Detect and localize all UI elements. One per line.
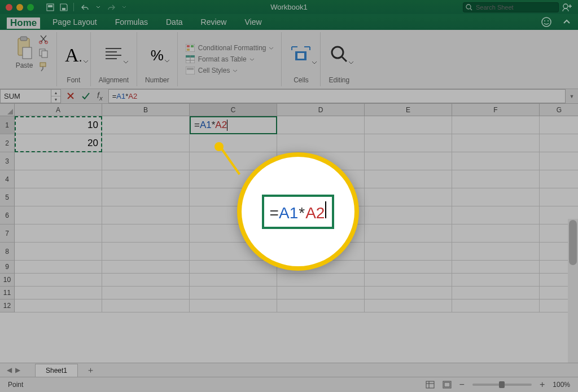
row-header-4[interactable]: 4 [0,170,15,188]
col-header-A[interactable]: A [15,104,102,116]
zoom-slider[interactable] [472,384,532,386]
zoom-window-button[interactable] [27,4,34,11]
enter-formula-icon[interactable] [81,92,90,100]
cancel-formula-icon[interactable] [67,92,75,100]
collapse-ribbon-icon[interactable] [562,17,571,27]
col-header-C[interactable]: C [190,104,277,116]
cell-G1[interactable] [540,116,578,134]
fx-icon[interactable]: fx [97,91,103,102]
format-as-table-button[interactable]: Format as Table [186,55,274,63]
tab-view[interactable]: View [235,14,270,30]
expand-formula-bar-icon[interactable]: ▼ [566,94,578,99]
col-header-G[interactable]: G [540,104,578,116]
tab-home[interactable]: Home [6,16,41,30]
status-bar: Point − + 100% [0,377,578,392]
sheet-next-icon[interactable]: ▶ [15,366,20,374]
name-box-stepper[interactable]: ▲▼ [51,89,61,103]
cell-C2[interactable] [190,134,277,152]
svg-rect-29 [444,382,450,387]
col-header-D[interactable]: D [277,104,365,116]
status-mode: Point [8,381,23,389]
autosave-icon[interactable] [46,3,54,11]
cell-A1[interactable]: 10 [15,116,102,134]
svg-point-3 [466,5,471,9]
row-header-8[interactable]: 8 [0,243,15,261]
copy-icon[interactable] [38,48,49,58]
group-cells: Cells [282,32,321,86]
tab-review[interactable]: Review [192,14,236,30]
share-icon[interactable] [562,3,573,12]
undo-icon[interactable] [80,3,91,11]
cell-E2[interactable] [365,134,452,152]
zoom-level[interactable]: 100% [553,381,570,389]
row-header-1[interactable]: 1 [0,116,15,134]
alignment-button[interactable] [103,45,124,65]
row-header-5[interactable]: 5 [0,188,15,206]
sheet-tab-sheet1[interactable]: Sheet1 [35,364,78,377]
font-group-label: Font [67,76,80,84]
tab-data[interactable]: Data [157,14,192,30]
row-header-7[interactable]: 7 [0,224,15,243]
col-header-B[interactable]: B [102,104,190,116]
font-button[interactable]: A. [65,45,82,66]
col-header-F[interactable]: F [452,104,540,116]
row-header-9[interactable]: 9 [0,261,15,274]
close-window-button[interactable] [6,4,12,11]
page-layout-view-icon[interactable] [443,381,452,389]
add-sheet-button[interactable]: ＋ [82,365,98,376]
search-sheet-input[interactable] [463,2,559,12]
window-controls [0,4,34,11]
cell-F1[interactable] [452,116,540,134]
cut-icon[interactable] [38,34,49,45]
editing-button[interactable] [330,45,349,66]
cell-styles-button[interactable]: Cell Styles [186,67,274,74]
cell-D2[interactable] [277,134,365,152]
paste-label: Paste [16,61,33,69]
redo-dropdown-icon[interactable] [122,3,126,11]
save-icon[interactable] [60,3,68,11]
tab-page-layout[interactable]: Page Layout [43,14,106,30]
cell-A2[interactable]: 20 [15,134,102,152]
svg-rect-25 [297,53,304,59]
group-number: % Number [137,32,178,86]
zoom-out-icon[interactable]: − [459,380,465,390]
callout-anchor-dot [214,142,224,151]
row-header-10[interactable]: 10 [0,274,15,287]
cell-F2[interactable] [452,134,540,152]
zoom-in-icon[interactable]: + [540,380,545,390]
tab-formulas[interactable]: Formulas [106,14,157,30]
cell-B1[interactable] [102,116,190,134]
conditional-formatting-button[interactable]: Conditional Formatting [186,44,274,52]
paste-button[interactable] [12,34,36,61]
callout-zoom-bubble: =A1*A2 [237,152,359,271]
name-box[interactable]: SUM [0,89,51,103]
minimize-window-button[interactable] [16,4,23,11]
svg-rect-2 [62,8,65,10]
undo-dropdown-icon[interactable] [97,3,100,11]
editing-cell-C1[interactable]: =A1*A2 [190,116,277,134]
cell-G2[interactable] [540,134,578,152]
vertical-scrollbar[interactable] [568,219,578,363]
svg-point-7 [548,20,549,21]
group-editing: Editing [321,32,357,86]
cell-E1[interactable] [365,116,452,134]
select-all-corner[interactable] [0,104,15,116]
feedback-icon[interactable] [541,16,552,28]
format-painter-icon[interactable] [38,61,49,72]
row-header-12[interactable]: 12 [0,299,15,312]
column-headers: A B C D E F G [15,104,578,116]
normal-view-icon[interactable] [426,381,435,389]
group-styles: Conditional Formatting Format as Table C… [178,32,282,86]
row-header-11[interactable]: 11 [0,287,15,299]
row-header-2[interactable]: 2 [0,134,15,152]
cell-D1[interactable] [277,116,365,134]
cells-button[interactable] [290,45,312,66]
formula-input[interactable]: =A1*A2 [108,89,566,103]
number-button[interactable]: % [151,47,164,64]
sheet-prev-icon[interactable]: ◀ [7,366,12,374]
cell-B2[interactable] [102,134,190,152]
row-header-6[interactable]: 6 [0,206,15,224]
row-header-3[interactable]: 3 [0,152,15,170]
col-header-E[interactable]: E [365,104,452,116]
redo-icon[interactable] [106,3,117,11]
